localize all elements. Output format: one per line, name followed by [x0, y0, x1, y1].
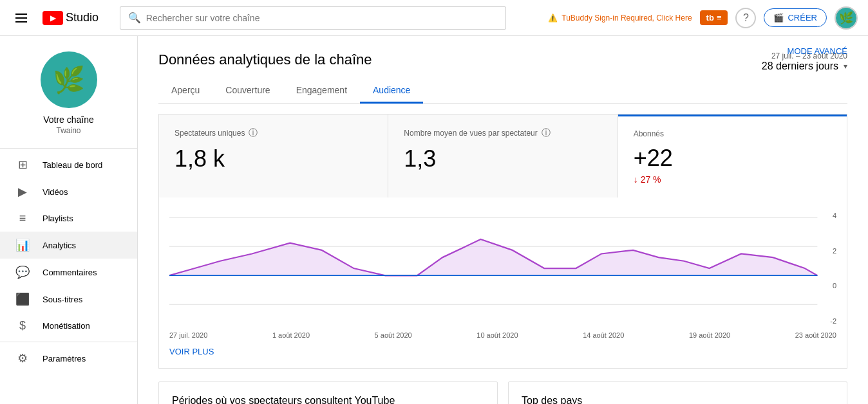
vues-label-text: Nombre moyen de vues par spectateur: [404, 129, 537, 138]
user-avatar[interactable]: 🌿: [835, 6, 858, 30]
top-pays-card: Top des pays Vues · 28 derniers jours: [508, 381, 847, 404]
tab-couverture[interactable]: Couverture: [212, 78, 283, 104]
sidebar-item-monetisation[interactable]: $ Monétisation: [0, 313, 137, 339]
sidebar-item-parametres[interactable]: ⚙ Paramètres: [0, 345, 137, 372]
abonnes-label-text: Abonnés: [634, 129, 664, 138]
chart-wrap: 4 2 0 -2: [169, 210, 836, 326]
topbar: Studio 🔍 ⚠️ TuBuddy Sign-in Required, Cl…: [0, 0, 868, 36]
videos-icon: ▶: [15, 185, 30, 199]
svg-marker-5: [169, 239, 817, 275]
x-label-3: 10 août 2020: [476, 331, 518, 339]
playlists-icon: ≡: [15, 212, 30, 225]
metrics-row: Spectateurs uniques ⓘ 1,8 k Nombre moyen…: [158, 114, 847, 197]
sidebar-item-sous-titres[interactable]: ⬛ Sous-titres: [0, 286, 137, 313]
sidebar-label-parametres: Paramètres: [42, 354, 86, 363]
tab-audience[interactable]: Audience: [360, 78, 423, 104]
search-icon: 🔍: [128, 12, 141, 24]
spectateurs-label-text: Spectateurs uniques: [175, 129, 245, 138]
x-label-4: 14 août 2020: [583, 331, 624, 339]
vues-info-icon[interactable]: ⓘ: [542, 127, 551, 139]
y-label-2: 2: [833, 247, 836, 255]
sidebar-item-commentaires[interactable]: 💬 Commentaires: [0, 259, 137, 286]
x-label-2: 5 août 2020: [375, 331, 412, 339]
sidebar-label-videos: Vidéos: [42, 187, 68, 197]
help-button[interactable]: ?: [735, 8, 756, 28]
chevron-down-icon: ▾: [844, 62, 847, 71]
tab-engagement[interactable]: Engagement: [283, 78, 360, 104]
metric-label-vues: Nombre moyen de vues par spectateur ⓘ: [404, 127, 601, 139]
creer-button[interactable]: 🎬 CRÉER: [764, 8, 827, 27]
sidebar-label-playlists: Playlists: [42, 214, 73, 223]
tb-menu-icon: ≡: [717, 13, 722, 23]
metric-value-spectateurs: 1,8 k: [175, 145, 372, 172]
channel-avatar: 🌿: [41, 51, 97, 108]
search-bar[interactable]: 🔍: [120, 6, 506, 30]
sidebar-item-tableau-de-bord[interactable]: ⊞ Tableau de bord: [0, 151, 137, 178]
sidebar-item-playlists[interactable]: ≡ Playlists: [0, 205, 137, 232]
tab-apercu[interactable]: Aperçu: [158, 78, 212, 104]
channel-subtitle: Twaino: [56, 126, 80, 135]
chart-svg: [169, 210, 836, 326]
studio-label: Studio: [66, 11, 99, 24]
page-header: Données analytiques de la chaîne 27 juil…: [158, 51, 847, 68]
date-selector[interactable]: 28 derniers jours ▾: [762, 60, 847, 72]
bottom-cards: Périodes où vos spectateurs consultent Y…: [158, 381, 847, 404]
x-label-0: 27 juil. 2020: [169, 331, 207, 339]
x-label-5: 19 août 2020: [689, 331, 730, 339]
analytics-icon: 📊: [15, 238, 30, 252]
search-input[interactable]: [146, 13, 498, 23]
metric-vues-par-spectateur[interactable]: Nombre moyen de vues par spectateur ⓘ 1,…: [388, 115, 618, 197]
voir-plus-button[interactable]: VOIR PLUS: [169, 342, 836, 362]
tubebuddy-alert-text: TuBuddy Sign-in Required, Click Here: [561, 14, 692, 23]
dashboard-icon: ⊞: [15, 158, 30, 172]
metric-value-abonnes: +22: [634, 145, 831, 172]
tb-icon: tb: [706, 13, 714, 23]
sidebar-divider: [0, 148, 137, 149]
main-content: Données analytiques de la chaîne 27 juil…: [138, 36, 868, 404]
youtube-studio-logo: Studio: [42, 11, 99, 25]
top-pays-title: Top des pays: [522, 395, 834, 404]
metric-value-vues: 1,3: [404, 145, 601, 172]
topbar-right: ⚠️ TuBuddy Sign-in Required, Click Here …: [548, 6, 858, 30]
x-label-1: 1 août 2020: [272, 331, 310, 339]
metric-abonnes[interactable]: Abonnés +22 ↓ 27 %: [618, 115, 847, 197]
viewers-period-title: Périodes où vos spectateurs consultent Y…: [172, 395, 484, 404]
sidebar-label-analytics: Analytics: [42, 241, 76, 250]
sidebar-divider-2: [0, 342, 137, 342]
parametres-icon: ⚙: [15, 351, 30, 365]
tubebuddy-button[interactable]: tb ≡: [700, 10, 728, 25]
chart-y-axis: 4 2 0 -2: [817, 210, 836, 326]
sidebar-item-videos[interactable]: ▶ Vidéos: [0, 178, 137, 205]
sidebar: 🌿 Votre chaîne Twaino ⊞ Tableau de bord …: [0, 36, 138, 404]
channel-name: Votre chaîne: [43, 115, 94, 125]
metric-spectateurs-uniques[interactable]: Spectateurs uniques ⓘ 1,8 k: [159, 115, 388, 197]
sous-titres-icon: ⬛: [15, 292, 30, 306]
sidebar-label-monetisation: Monétisation: [42, 321, 90, 331]
sidebar-item-analytics[interactable]: 📊 Analytics: [0, 232, 137, 259]
hamburger-menu[interactable]: [10, 8, 32, 28]
warning-icon: ⚠️: [548, 14, 558, 23]
youtube-icon: [42, 11, 63, 25]
metric-change-abonnes: ↓ 27 %: [634, 174, 831, 185]
layout: 🌿 Votre chaîne Twaino ⊞ Tableau de bord …: [0, 36, 868, 404]
y-label-neg2: -2: [830, 317, 836, 325]
y-label-0: 0: [833, 282, 836, 289]
sidebar-label-tableau-de-bord: Tableau de bord: [42, 160, 102, 170]
metric-label-spectateurs: Spectateurs uniques ⓘ: [175, 127, 372, 139]
sidebar-label-commentaires: Commentaires: [42, 268, 97, 277]
commentaires-icon: 💬: [15, 265, 30, 279]
spectateurs-info-icon[interactable]: ⓘ: [249, 127, 258, 139]
metric-label-abonnes: Abonnés: [634, 129, 831, 138]
help-icon: ?: [743, 12, 749, 24]
monetisation-icon: $: [15, 319, 30, 333]
metric-change-text: 27 %: [641, 174, 661, 185]
date-range-text: 28 derniers jours: [762, 60, 838, 72]
page-title: Données analytiques de la chaîne: [158, 51, 372, 68]
creer-label: CRÉER: [788, 13, 817, 23]
down-arrow-icon: ↓: [634, 174, 638, 185]
y-label-4: 4: [833, 212, 836, 219]
channel-avatar-icon: 🌿: [53, 65, 85, 95]
tubebuddy-alert[interactable]: ⚠️ TuBuddy Sign-in Required, Click Here: [548, 14, 692, 23]
topbar-left: Studio: [10, 8, 99, 28]
chart-container: 4 2 0 -2: [158, 197, 847, 369]
